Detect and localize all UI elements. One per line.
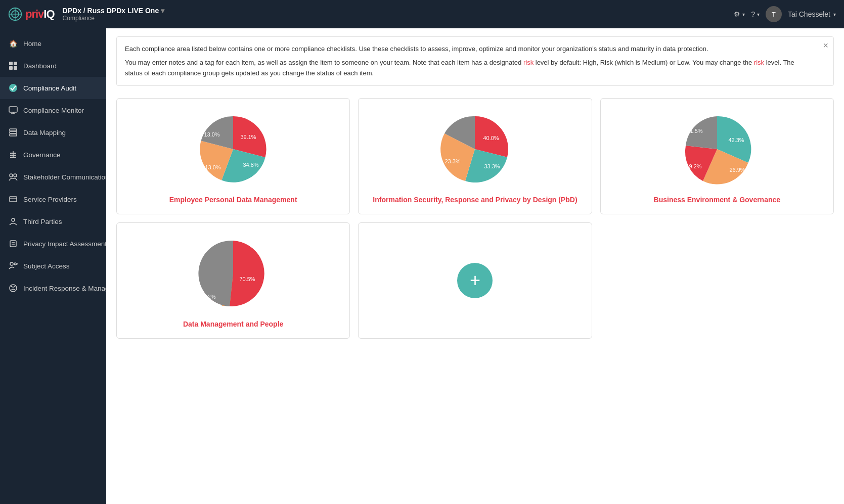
svg-point-23 — [12, 218, 15, 221]
svg-text:39.1%: 39.1% — [241, 134, 256, 140]
sidebar-label-compliance-monitor: Compliance Monitor — [23, 107, 84, 114]
sidebar-label-home: Home — [23, 40, 41, 48]
breadcrumb-main-text: DPDx / Russ DPDx LIVE One — [63, 7, 159, 15]
sidebar-item-home[interactable]: 🏠 Home — [0, 32, 106, 55]
card-information-security[interactable]: 40.0% 33.3% 23.3% Information Security, … — [358, 98, 592, 214]
svg-rect-13 — [10, 131, 17, 133]
svg-point-30 — [10, 285, 17, 292]
card-title-security: Information Security, Response and Priva… — [373, 196, 577, 204]
breadcrumb-sub: Compliance — [63, 15, 165, 22]
svg-point-27 — [10, 262, 13, 265]
sidebar-item-service-providers[interactable]: Service Providers — [0, 188, 106, 210]
sidebar-item-third-parties[interactable]: Third Parties — [0, 210, 106, 233]
sidebar-label-service-providers: Service Providers — [23, 196, 77, 203]
sidebar: 🏠 Home Dashboard Compliance Audit Compli… — [0, 28, 106, 504]
home-icon: 🏠 — [8, 38, 18, 49]
help-button[interactable]: ? ▾ — [751, 10, 760, 18]
logo-text: privIQ — [25, 8, 55, 21]
card-employee-personal-data[interactable]: 39.1% 34.8% 13.0% 13.0% Employee Persona… — [116, 98, 350, 214]
user-name: Tai Chesselet — [788, 10, 830, 18]
breadcrumb-main: DPDx / Russ DPDx LIVE One ▾ — [63, 7, 165, 15]
sidebar-item-dashboard[interactable]: Dashboard — [0, 55, 106, 77]
privacy-impact-icon — [8, 239, 18, 249]
svg-rect-4 — [9, 62, 13, 65]
svg-text:40.0%: 40.0% — [483, 135, 499, 141]
card-title-business: Business Environment & Governance — [654, 196, 781, 204]
banner-line1: Each compliance area listed below contai… — [125, 44, 813, 55]
sidebar-item-incident-response[interactable]: Incident Response & Management — [0, 277, 106, 299]
sidebar-label-dashboard: Dashboard — [23, 62, 57, 70]
sidebar-label-data-mapping: Data Mapping — [23, 129, 66, 136]
cards-grid: 39.1% 34.8% 13.0% 13.0% Employee Persona… — [106, 90, 844, 347]
help-icon: ? — [751, 10, 755, 18]
logo-icon — [8, 7, 22, 21]
user-dropdown-arrow: ▾ — [833, 12, 836, 17]
svg-text:13.0%: 13.0% — [204, 131, 220, 138]
svg-text:34.8%: 34.8% — [243, 162, 259, 168]
sidebar-item-data-mapping[interactable]: Data Mapping — [0, 121, 106, 144]
banner-text-pre: You may enter notes and a tag for each i… — [125, 59, 523, 66]
avatar: T — [766, 6, 782, 22]
sidebar-item-subject-access[interactable]: Subject Access — [0, 255, 106, 277]
risk-link-1[interactable]: risk — [523, 59, 534, 66]
add-compliance-area-button[interactable]: + — [457, 263, 493, 298]
svg-rect-21 — [10, 197, 17, 202]
banner-text-mid: level by default: High, Risk (which is M… — [534, 59, 754, 66]
sidebar-item-compliance-audit[interactable]: Compliance Audit — [0, 77, 106, 99]
pie-chart-security: 40.0% 33.3% 23.3% — [434, 109, 515, 190]
svg-rect-17 — [10, 155, 16, 156]
sidebar-label-subject-access: Subject Access — [23, 262, 70, 270]
sidebar-label-privacy-impact: Privacy Impact Assessment — [23, 240, 106, 248]
svg-text:18.2%: 18.2% — [200, 294, 216, 300]
topbar: privIQ DPDx / Russ DPDx LIVE One ▾ Compl… — [0, 0, 844, 28]
stakeholder-icon — [8, 172, 18, 182]
governance-icon — [8, 150, 18, 160]
main-layout: 🏠 Home Dashboard Compliance Audit Compli… — [0, 28, 844, 504]
svg-rect-12 — [10, 129, 17, 131]
card-data-management[interactable]: 70.5% 18.2% 5.8% Data Management and Peo… — [116, 222, 350, 339]
sidebar-label-governance: Governance — [23, 151, 61, 159]
topbar-right: ⚙ ▾ ? ▾ T Tai Chesselet ▾ — [734, 6, 836, 22]
service-providers-icon — [8, 194, 18, 204]
sidebar-item-compliance-monitor[interactable]: Compliance Monitor — [0, 99, 106, 121]
svg-rect-6 — [9, 66, 13, 70]
plus-icon: + — [470, 270, 480, 291]
svg-text:26.9%: 26.9% — [729, 167, 745, 173]
checkmark-icon — [8, 83, 18, 93]
info-banner: × Each compliance area listed below cont… — [116, 36, 834, 86]
svg-text:11.5%: 11.5% — [687, 128, 702, 134]
svg-rect-24 — [10, 241, 16, 247]
svg-point-29 — [16, 263, 18, 265]
data-mapping-icon — [8, 127, 18, 138]
sidebar-item-governance[interactable]: Governance — [0, 144, 106, 166]
svg-rect-14 — [10, 134, 17, 136]
third-parties-icon — [8, 216, 18, 226]
svg-rect-7 — [14, 66, 17, 70]
close-banner-button[interactable]: × — [823, 41, 828, 50]
add-card[interactable]: + — [358, 222, 592, 339]
sidebar-item-privacy-impact[interactable]: Privacy Impact Assessment — [0, 233, 106, 255]
risk-link-2[interactable]: risk — [754, 59, 764, 66]
sidebar-item-stakeholder-communications[interactable]: Stakeholder Communications — [0, 166, 106, 188]
pie-chart-employee: 39.1% 34.8% 13.0% 13.0% — [193, 109, 274, 190]
card-business-environment[interactable]: 42.3% 26.9% 19.2% 11.5% Business Environ… — [600, 98, 834, 214]
user-menu-button[interactable]: Tai Chesselet ▾ — [788, 10, 836, 18]
svg-text:33.3%: 33.3% — [484, 163, 500, 169]
chevron-down-icon[interactable]: ▾ — [161, 7, 164, 15]
incident-response-icon — [8, 283, 18, 293]
svg-rect-18 — [10, 157, 16, 158]
svg-text:70.5%: 70.5% — [240, 276, 255, 282]
svg-rect-16 — [10, 153, 16, 154]
breadcrumb: DPDx / Russ DPDx LIVE One ▾ Compliance — [63, 7, 165, 22]
svg-text:13.0%: 13.0% — [205, 164, 221, 170]
sidebar-label-compliance-audit: Compliance Audit — [23, 84, 76, 92]
pie-chart-business: 42.3% 26.9% 19.2% 11.5% — [677, 109, 758, 190]
logo: privIQ — [8, 7, 55, 21]
monitor-icon — [8, 105, 18, 115]
subject-access-icon — [8, 261, 18, 271]
svg-text:5.8%: 5.8% — [214, 305, 225, 310]
svg-point-20 — [14, 174, 17, 177]
gear-button[interactable]: ⚙ ▾ — [734, 10, 745, 18]
sidebar-label-incident-response: Incident Response & Management — [23, 285, 106, 292]
svg-rect-5 — [14, 62, 17, 65]
